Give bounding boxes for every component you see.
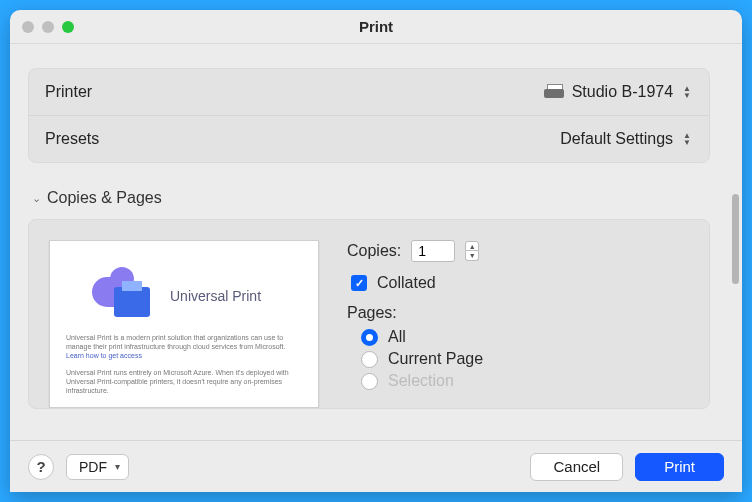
collated-label: Collated: [377, 274, 436, 292]
copies-input[interactable]: [411, 240, 455, 262]
preview-hero: Universal Print: [92, 273, 302, 319]
printer-selected-value: Studio B-1974: [572, 83, 673, 101]
print-dialog: Print Printer Studio B-1974 Presets Defa…: [10, 10, 742, 492]
universal-print-icon: [92, 273, 156, 319]
preview-title: Universal Print: [170, 288, 261, 304]
radio-icon: [361, 373, 378, 390]
section-title: Copies & Pages: [47, 189, 162, 207]
titlebar: Print: [10, 10, 742, 44]
updown-icon: [681, 132, 693, 146]
print-preview: Universal Print Universal Print is a mod…: [49, 240, 319, 408]
updown-icon: [681, 85, 693, 99]
printer-row[interactable]: Printer Studio B-1974: [29, 69, 709, 115]
presets-label: Presets: [45, 130, 99, 148]
cancel-button[interactable]: Cancel: [530, 453, 623, 481]
dialog-content: Printer Studio B-1974 Presets Default Se…: [10, 44, 728, 440]
pdf-menu-button[interactable]: PDF ▾: [66, 454, 129, 480]
help-button[interactable]: ?: [28, 454, 54, 480]
copies-pages-header[interactable]: ⌄ Copies & Pages: [32, 189, 710, 207]
scroll-thumb[interactable]: [732, 194, 739, 284]
copies-line: Copies: ▲▼: [347, 240, 689, 262]
option-label: Selection: [388, 372, 454, 390]
copies-label: Copies:: [347, 242, 401, 260]
chevron-down-icon: ▾: [115, 461, 120, 472]
scrollbar[interactable]: [728, 44, 742, 440]
collated-checkbox[interactable]: ✓: [351, 275, 367, 291]
top-settings: Printer Studio B-1974 Presets Default Se…: [28, 68, 710, 163]
print-button[interactable]: Print: [635, 453, 724, 481]
preview-paragraph: Universal Print runs entirely on Microso…: [66, 368, 302, 395]
printer-select[interactable]: Studio B-1974: [544, 83, 693, 101]
copies-pages-controls: Copies: ▲▼ ✓ Collated Pages: All: [347, 240, 689, 408]
radio-icon[interactable]: [361, 329, 378, 346]
presets-select[interactable]: Default Settings: [560, 130, 693, 148]
radio-icon[interactable]: [361, 351, 378, 368]
option-label: Current Page: [388, 350, 483, 368]
dialog-footer: ? PDF ▾ Cancel Print: [10, 440, 742, 492]
pages-option-all[interactable]: All: [361, 328, 689, 346]
pages-option-selection: Selection: [361, 372, 689, 390]
presets-selected-value: Default Settings: [560, 130, 673, 148]
preview-link: Learn how to get access: [66, 352, 142, 359]
pages-label: Pages:: [347, 304, 689, 322]
pdf-label: PDF: [79, 459, 107, 475]
copies-stepper[interactable]: ▲▼: [465, 241, 479, 261]
window-title: Print: [10, 18, 742, 35]
presets-row[interactable]: Presets Default Settings: [29, 115, 709, 162]
copies-pages-panel: Universal Print Universal Print is a mod…: [28, 219, 710, 409]
chevron-down-icon: ⌄: [32, 192, 41, 205]
printer-icon: [544, 84, 564, 100]
preview-paragraph: Universal Print is a modern print soluti…: [66, 333, 302, 360]
pages-option-current[interactable]: Current Page: [361, 350, 689, 368]
option-label: All: [388, 328, 406, 346]
collated-line[interactable]: ✓ Collated: [351, 274, 689, 292]
printer-label: Printer: [45, 83, 92, 101]
